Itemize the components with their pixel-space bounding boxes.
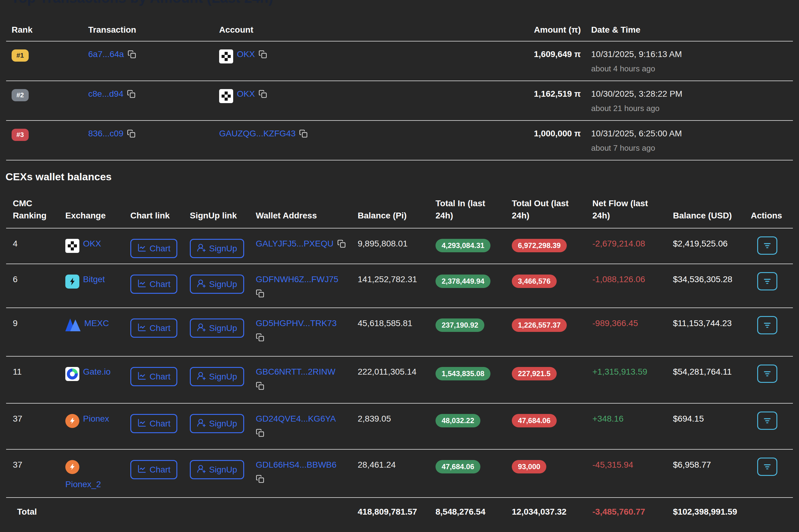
signup-button[interactable]: SignUp xyxy=(190,367,244,386)
account-link[interactable]: GAUZQG...KZFG43 xyxy=(219,129,295,138)
signup-button[interactable]: SignUp xyxy=(190,239,244,258)
transaction-link[interactable]: c8e...d94 xyxy=(88,89,123,99)
chart-line-icon xyxy=(137,279,147,289)
total-out-badge: 93,000 xyxy=(512,460,546,473)
total-in-badge: 2,378,449.94 xyxy=(435,274,490,288)
chart-button[interactable]: Chart xyxy=(130,274,177,294)
chart-line-icon xyxy=(137,418,147,429)
wallet-address-link[interactable]: GBC6NRTT...2RINW xyxy=(256,367,335,376)
header-transaction: Transaction xyxy=(88,25,219,35)
chart-button[interactable]: Chart xyxy=(130,319,177,338)
header-rank: Rank xyxy=(12,25,88,35)
header-total-in: Total In (last 24h) xyxy=(435,197,512,222)
header-account: Account xyxy=(219,25,533,35)
total-out-sum: 12,034,037.32 xyxy=(512,507,592,529)
signup-button[interactable]: SignUp xyxy=(190,414,244,433)
transaction-link[interactable]: 836...c09 xyxy=(88,129,123,138)
total-out-badge: 3,466,576 xyxy=(512,274,557,288)
chart-line-icon xyxy=(137,371,147,382)
header-balance-usd: Balance (USD) xyxy=(673,210,751,222)
total-out-badge: 1,226,557.37 xyxy=(512,319,567,332)
row-actions-button[interactable] xyxy=(757,236,777,255)
copy-icon[interactable] xyxy=(256,429,264,437)
copy-icon[interactable] xyxy=(127,129,135,138)
copy-icon[interactable] xyxy=(259,90,267,98)
copy-icon[interactable] xyxy=(128,50,136,59)
total-balance-pi: 418,809,781.57 xyxy=(358,507,435,529)
copy-icon[interactable] xyxy=(256,333,264,342)
totals-row: Total 418,809,781.57 8,548,276.54 12,034… xyxy=(6,498,793,529)
signup-button[interactable]: SignUp xyxy=(190,460,244,479)
relative-time: about 7 hours ago xyxy=(591,144,793,153)
total-in-badge: 1,543,835.08 xyxy=(435,367,490,380)
cex-row: 6 Bitget Chart SignUp GDFNWH6Z...FWJ75 1… xyxy=(6,264,793,308)
filter-icon xyxy=(762,461,772,472)
header-actions: Actions xyxy=(751,210,793,222)
chart-button[interactable]: Chart xyxy=(130,460,177,479)
wallet-address-link[interactable]: GD24QVE4...KG6YA xyxy=(256,414,336,423)
copy-icon[interactable] xyxy=(337,240,346,264)
net-flow-value: +348.16 xyxy=(592,414,673,449)
total-balance-usd: $102,398,991.59 xyxy=(673,507,751,529)
copy-icon[interactable] xyxy=(256,289,264,298)
total-in-badge: 47,684.06 xyxy=(435,460,480,473)
row-actions-button[interactable] xyxy=(757,272,777,290)
exchange-link[interactable]: Pionex xyxy=(83,414,109,424)
copy-icon[interactable] xyxy=(259,50,267,59)
chart-line-icon xyxy=(137,243,147,254)
cex-row: 11 Gate.io Chart SignUp GBC6NRTT...2RINW… xyxy=(6,357,793,403)
user-plus-icon xyxy=(197,418,206,429)
chart-button[interactable]: Chart xyxy=(130,239,177,258)
page-title: Top Transactions by Amount (Last 24h) xyxy=(11,0,273,6)
amount-value: 1,162,519 π xyxy=(533,89,591,120)
wallet-address-link[interactable]: GDFNWH6Z...FWJ75 xyxy=(256,274,338,284)
transaction-link[interactable]: 6a7...64a xyxy=(88,50,124,59)
datetime-value: 10/30/2025, 3:28:22 PM xyxy=(591,89,793,99)
wallet-address-link[interactable]: GALYJFJ5...PXEQU xyxy=(256,239,334,264)
copy-icon[interactable] xyxy=(299,129,308,138)
total-in-badge: 48,032.22 xyxy=(435,414,480,428)
bitget-logo-icon xyxy=(65,274,79,289)
signup-button[interactable]: SignUp xyxy=(190,319,244,338)
datetime-value: 10/31/2025, 6:25:00 AM xyxy=(591,129,793,138)
wallet-address-link[interactable]: GD5HGPHV...TRK73 xyxy=(256,319,337,328)
total-label: Total xyxy=(13,507,65,529)
spacer xyxy=(190,507,256,529)
user-plus-icon xyxy=(197,279,206,289)
exchange-link[interactable]: Pionex_2 xyxy=(65,479,130,489)
balance-usd-value: $11,153,744.23 xyxy=(673,319,751,356)
row-actions-button[interactable] xyxy=(757,364,777,383)
wallet-address-link[interactable]: GDL66HS4...BBWB6 xyxy=(256,460,337,470)
account-link[interactable]: OKX xyxy=(237,89,255,99)
balance-pi-value: 222,011,305.14 xyxy=(358,367,435,403)
filter-icon xyxy=(762,240,772,251)
exchange-link[interactable]: Bitget xyxy=(83,274,105,284)
header-wallet-address: Wallet Address xyxy=(256,210,358,222)
copy-icon[interactable] xyxy=(127,90,135,98)
header-datetime: Date & Time xyxy=(591,25,793,35)
row-actions-button[interactable] xyxy=(757,458,777,476)
copy-icon[interactable] xyxy=(256,382,264,390)
net-flow-value: -2,679,214.08 xyxy=(592,239,673,264)
cex-row: 37 Pionex Chart SignUp GD24QVE4...KG6YA … xyxy=(6,403,793,450)
top-transactions-table: Rank Transaction Account Amount (π) Date… xyxy=(6,0,793,160)
spacer xyxy=(751,507,793,529)
cex-header-row: CMC Ranking Exchange Chart link SignUp l… xyxy=(6,183,793,228)
exchange-link[interactable]: Gate.io xyxy=(83,367,110,377)
row-actions-button[interactable] xyxy=(757,412,777,430)
chart-line-icon xyxy=(137,464,147,475)
filter-icon xyxy=(762,416,772,426)
balance-pi-value: 28,461.24 xyxy=(358,460,435,497)
signup-button[interactable]: SignUp xyxy=(190,274,244,294)
row-actions-button[interactable] xyxy=(757,316,777,334)
chart-button[interactable]: Chart xyxy=(130,414,177,433)
balance-pi-value: 9,895,808.01 xyxy=(358,239,435,264)
chart-button[interactable]: Chart xyxy=(130,367,177,386)
account-link[interactable]: OKX xyxy=(237,50,255,59)
header-chart-link: Chart link xyxy=(130,210,190,222)
filter-icon xyxy=(762,368,772,379)
header-net-flow: Net Flow (last 24h) xyxy=(592,197,673,222)
copy-icon[interactable] xyxy=(256,475,264,483)
exchange-link[interactable]: OKX xyxy=(83,239,101,249)
exchange-link[interactable]: MEXC xyxy=(84,319,109,328)
